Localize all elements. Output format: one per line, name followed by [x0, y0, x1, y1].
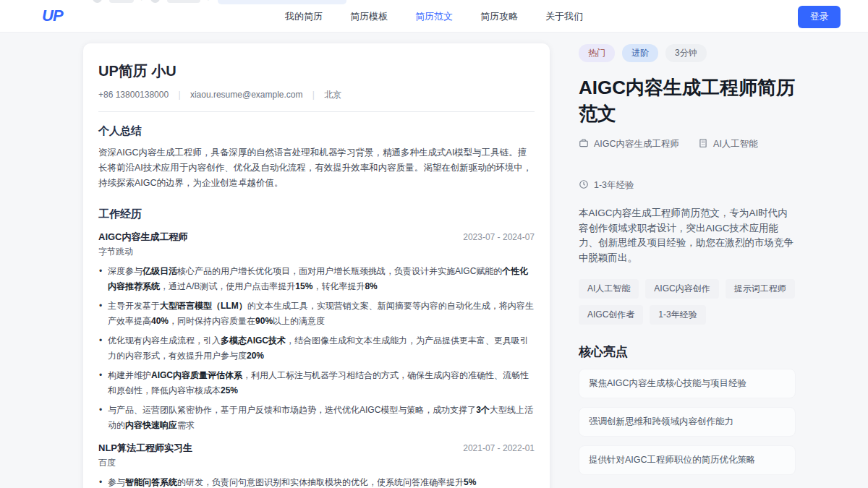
resume-email: xiaou.resume@example.com	[190, 90, 303, 100]
nav-item-我的简历[interactable]: 我的简历	[285, 10, 323, 23]
highlight-item: 强调创新思维和跨领域内容创作能力	[579, 407, 796, 437]
job-entry: NLP算法工程师实习生2021-07 - 2022-01百度参与智能问答系统的研…	[98, 442, 535, 488]
breadcrumb-separator: /	[141, 0, 143, 3]
meta-experience: 1-3年经验	[579, 179, 634, 192]
contact-separator: |	[178, 90, 180, 100]
badge-advanced: 进阶	[622, 44, 658, 62]
job-company: 百度	[98, 457, 535, 469]
job-title: AIGC内容生成工程师	[98, 231, 188, 244]
meta-experience-label: 1-3年经验	[594, 179, 634, 192]
resume-preview-card: UP简历 小U +86 13800138000 | xiaou.resume@e…	[83, 43, 550, 488]
up-logo[interactable]: UP	[42, 7, 63, 25]
job-bullet: 主导开发基于大型语言模型（LLM）的文本生成工具，实现营销文案、新闻摘要等内容的…	[98, 299, 535, 328]
job-period: 2023-07 - 2024-07	[463, 232, 535, 242]
tag-chip[interactable]: AI人工智能	[579, 279, 639, 299]
job-bullet: 构建并维护AIGC内容质量评估体系，利用人工标注与机器学习相结合的方式，确保生成…	[98, 368, 535, 398]
job-bullet: 与产品、运营团队紧密协作，基于用户反馈和市场趋势，迭代优化AIGC模型与策略，成…	[98, 403, 535, 432]
article-info-panel: 热门进阶3分钟 AIGC内容生成工程师简历范文 AIGC内容生成工程师 AI人工…	[579, 44, 796, 488]
tag-chip[interactable]: AIGC创作者	[579, 305, 643, 325]
clock-icon	[579, 179, 589, 192]
job-bullet: 深度参与亿级日活核心产品的用户增长优化项目，面对用户增长瓶颈挑战，负责设计并实施…	[98, 264, 535, 294]
summary-section-title: 个人总结	[98, 124, 535, 138]
breadcrumb-doc-icon	[150, 0, 160, 3]
job-company: 字节跳动	[98, 246, 535, 258]
resume-phone: +86 13800138000	[98, 90, 169, 100]
tag-list: AI人工智能AIGC内容创作提示词工程师AIGC创作者1-3年经验	[579, 279, 796, 325]
job-bullet-list: 参与智能问答系统的研发，负责问句意图识别和实体抽取模块的优化，使系统问答准确率提…	[98, 475, 535, 488]
highlight-item: 提供针对AIGC工程师职位的简历优化策略	[579, 445, 796, 475]
resume-name: UP简历 小U	[98, 61, 535, 81]
divider	[98, 111, 535, 112]
meta-role: AIGC内容生成工程师	[579, 138, 679, 150]
breadcrumb-item	[109, 0, 134, 3]
nav-links: 我的简历简历模板简历范文简历攻略关于我们	[285, 0, 583, 33]
highlights-title: 核心亮点	[579, 343, 796, 360]
highlight-item: 聚焦AIGC内容生成核心技能与项目经验	[579, 369, 796, 398]
top-navbar: / / UP 我的简历简历模板简历范文简历攻略关于我们 登录	[0, 0, 868, 33]
tag-chip[interactable]: 提示词工程师	[726, 279, 795, 299]
job-header: NLP算法工程师实习生2021-07 - 2022-01	[98, 442, 535, 455]
job-bullet-list: 深度参与亿级日活核心产品的用户增长优化项目，面对用户增长瓶颈挑战，负责设计并实施…	[98, 264, 535, 432]
resume-contact: +86 13800138000 | xiaou.resume@example.c…	[98, 89, 535, 101]
breadcrumb-item	[167, 0, 200, 3]
nav-item-简历攻略[interactable]: 简历攻略	[480, 10, 518, 23]
nav-item-简历范文[interactable]: 简历范文	[415, 10, 453, 23]
meta-industry: AI人工智能	[698, 138, 758, 150]
summary-text: 资深AIGC内容生成工程师，具备深厚的自然语言处理和机器学习背景，精通多种生成式…	[98, 145, 535, 191]
nav-item-关于我们[interactable]: 关于我们	[545, 10, 583, 23]
job-period: 2021-07 - 2022-01	[463, 443, 535, 453]
experience-list: AIGC内容生成工程师2023-07 - 2024-07字节跳动深度参与亿级日活…	[98, 231, 535, 488]
highlights-list: 聚焦AIGC内容生成核心技能与项目经验强调创新思维和跨领域内容创作能力提供针对A…	[579, 369, 796, 475]
nav-item-简历模板[interactable]: 简历模板	[350, 10, 388, 23]
job-title: NLP算法工程师实习生	[98, 442, 192, 455]
breadcrumb-separator: /	[208, 0, 210, 3]
job-entry: AIGC内容生成工程师2023-07 - 2024-07字节跳动深度参与亿级日活…	[98, 231, 535, 432]
badge-hot: 热门	[579, 44, 615, 62]
badge-row: 热门进阶3分钟	[579, 44, 796, 62]
meta-role-label: AIGC内容生成工程师	[594, 138, 679, 150]
article-title: AIGC内容生成工程师简历范文	[579, 74, 796, 127]
badge-time: 3分钟	[665, 44, 707, 62]
briefcase-icon	[579, 138, 589, 150]
contact-separator: |	[312, 90, 315, 100]
job-bullet: 参与智能问答系统的研发，负责问句意图识别和实体抽取模块的优化，使系统问答准确率提…	[98, 475, 535, 488]
resume-location: 北京	[324, 90, 341, 100]
breadcrumb-home-icon	[93, 0, 102, 3]
meta-industry-label: AI人工智能	[713, 138, 758, 150]
article-description: 本AIGC内容生成工程师简历范文，专为AI时代内容创作领域求职者设计，突出AIG…	[579, 206, 796, 265]
tag-chip[interactable]: 1-3年经验	[650, 305, 705, 325]
experience-section-title: 工作经历	[98, 207, 535, 221]
building-icon	[698, 138, 708, 150]
tag-chip[interactable]: AIGC内容创作	[645, 279, 718, 299]
job-header: AIGC内容生成工程师2023-07 - 2024-07	[98, 231, 535, 244]
login-button[interactable]: 登录	[798, 6, 841, 28]
job-bullet: 优化现有内容生成流程，引入多模态AIGC技术，结合图像生成和文本生成能力，为产品…	[98, 333, 535, 363]
meta-row: AIGC内容生成工程师 AI人工智能 1-3年经验	[579, 138, 796, 192]
